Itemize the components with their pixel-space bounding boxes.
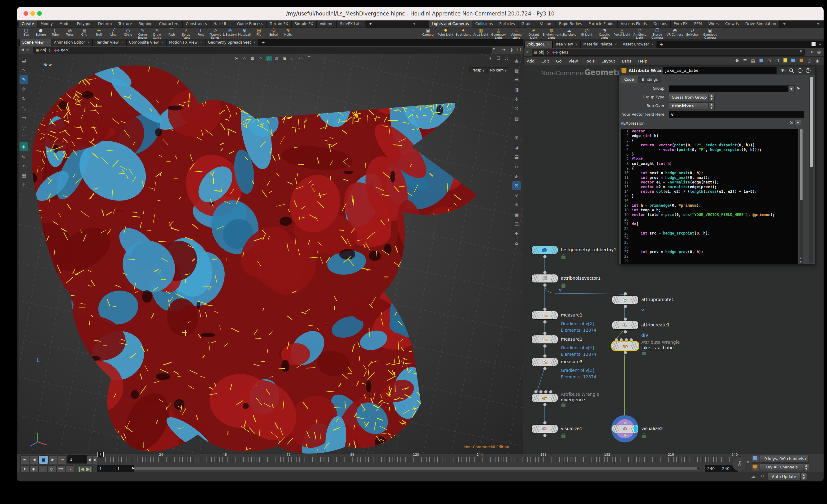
- input-dot[interactable]: [543, 421, 547, 424]
- output-dot[interactable]: [543, 434, 547, 437]
- net-link-pane-icon[interactable]: ◎: [816, 49, 822, 55]
- shelf-tab-deform[interactable]: Deform: [95, 20, 115, 28]
- input-dot[interactable]: [620, 338, 623, 342]
- pane-tab-add[interactable]: +: [259, 39, 267, 46]
- shelf-tool-stereo-camera[interactable]: ❒Stereo Camera: [648, 28, 666, 39]
- skip-to-start-icon[interactable]: ⏮: [20, 455, 30, 464]
- vp-hand-icon[interactable]: ✥: [19, 85, 28, 93]
- shelf-tool-metaball[interactable]: ◉Metaball: [237, 28, 252, 39]
- pane-split-icon[interactable]: [812, 42, 816, 46]
- vp-group-icon[interactable]: ◭: [512, 172, 521, 181]
- vp-pose-icon[interactable]: ⌖: [19, 161, 28, 170]
- node-measure2[interactable]: [532, 335, 558, 343]
- color-palette-icon[interactable]: [758, 58, 764, 64]
- code-scrollbar[interactable]: ▲ ▼: [799, 129, 803, 264]
- node-name-label[interactable]: attribpromote1: [641, 297, 674, 302]
- input-dot[interactable]: [624, 421, 627, 424]
- vp-scale-icon[interactable]: ⤡: [19, 104, 28, 113]
- vp-snap-icon[interactable]: ⊙: [19, 152, 28, 161]
- node-name-label[interactable]: visualize1: [561, 426, 582, 431]
- step-back-icon[interactable]: ◀: [30, 455, 39, 464]
- shelf-tab-crowds[interactable]: Crowds: [722, 20, 742, 28]
- run-over-spinner[interactable]: ▲▼: [709, 102, 715, 110]
- shelf-tab-simple-fx[interactable]: Simple FX: [292, 20, 317, 28]
- set-key-button[interactable]: ⚷: [732, 456, 747, 471]
- shelf-tab-hair-utils[interactable]: Hair Utils: [210, 20, 234, 28]
- shelf-tab-guide-process[interactable]: Guide Process: [234, 20, 267, 28]
- node-visualize1[interactable]: [532, 425, 558, 433]
- shelf-tab-modify[interactable]: Modify: [38, 20, 56, 28]
- vp-grid-toggle-icon[interactable]: ▤: [512, 220, 521, 228]
- vp-view-menu-icon[interactable]: ▾: [487, 56, 493, 61]
- output-dot[interactable]: [543, 344, 547, 348]
- input-dot[interactable]: [544, 390, 547, 394]
- find-icon[interactable]: ○: [806, 58, 813, 64]
- range-start-field[interactable]: 1: [97, 465, 116, 472]
- shelf-tab-particles[interactable]: Particles: [496, 20, 519, 28]
- group-type-dropdown[interactable]: Guess from Group: [669, 94, 712, 101]
- net-pin-pane-icon[interactable]: ⇥: [808, 49, 814, 55]
- input-dot[interactable]: [534, 390, 538, 394]
- pane-tab-scene-view[interactable]: Scene View✕: [20, 39, 51, 46]
- shelf-tool-platonic[interactable]: ◇Platonic Solids: [208, 28, 223, 39]
- shelf-tool-gamepad-camera[interactable]: ▣Gamepad Camera: [701, 28, 719, 39]
- net-history-back-icon[interactable]: ◀: [526, 50, 528, 54]
- shelf-tool-path[interactable]: ⌒Path: [164, 28, 179, 39]
- output-dot[interactable]: [624, 434, 627, 437]
- vp-lasso2-icon[interactable]: ◌: [298, 56, 304, 61]
- shelf-tool-spot-light[interactable]: ✦Spot Light: [454, 28, 472, 39]
- node-name-label[interactable]: measure1: [561, 312, 582, 317]
- close-tab-icon[interactable]: ✕: [87, 41, 90, 44]
- vp-shade-icon[interactable]: ◉: [512, 57, 521, 65]
- input-dot[interactable]: [630, 338, 633, 342]
- shelf-tab-model[interactable]: Model: [56, 20, 74, 28]
- shelf-tool-volume-light[interactable]: ♨Volume Light: [507, 28, 525, 39]
- display-flag[interactable]: [634, 425, 638, 432]
- shelf-tab-terrain-fx[interactable]: Terrain FX: [266, 20, 292, 28]
- shelf-more-icon[interactable]: ▼: [413, 22, 416, 26]
- vp-snap-grid-icon[interactable]: ⊞: [249, 56, 256, 61]
- prev-key-icon[interactable]: |◀: [78, 465, 85, 473]
- scene-path-field[interactable]: ▦ obj❯ ◆◆ geo1: [34, 47, 491, 54]
- play-icon[interactable]: ▶: [48, 455, 57, 464]
- close-tab-icon[interactable]: ✕: [161, 41, 163, 44]
- shelf-tab-fem[interactable]: FEM: [691, 20, 706, 28]
- netmenu-view[interactable]: View: [568, 57, 578, 65]
- shelf-tool-area-light[interactable]: ▥Area Light: [472, 28, 490, 39]
- shelf-tool-caustic-light[interactable]: ◔Caustic Light: [595, 28, 613, 39]
- keys-display-icon[interactable]: ⁙: [65, 465, 74, 473]
- input-dot[interactable]: [625, 338, 628, 342]
- vp-handles-icon[interactable]: ◈: [19, 142, 28, 151]
- shelf-tab-create[interactable]: Create: [18, 20, 38, 28]
- input-dot[interactable]: [543, 271, 547, 274]
- vp-onionskin-icon[interactable]: ☷: [512, 162, 521, 171]
- net-context-crumb[interactable]: ▦ obj: [532, 49, 546, 55]
- shelf-tab-add[interactable]: +: [366, 20, 376, 28]
- shelf-tab-polygon[interactable]: Polygon: [74, 20, 95, 28]
- pane-tab-render-view[interactable]: Render View✕: [93, 39, 126, 46]
- vp-sel-visible-icon[interactable]: ◍: [274, 56, 280, 61]
- shelf-tool-gi-light[interactable]: ○GI Light: [578, 28, 595, 39]
- shelf-tool-null[interactable]: ✛Null: [92, 28, 106, 39]
- vp-lit-icon[interactable]: ⬒: [512, 76, 521, 85]
- group-type-spinner[interactable]: ▲▼: [709, 94, 715, 101]
- path-dropdown-icon[interactable]: ▼: [493, 47, 495, 50]
- vp-uv-icon[interactable]: ▦: [19, 171, 28, 180]
- group-pick-arrow-icon[interactable]: ➤: [796, 85, 800, 91]
- vp-snap-prim-icon[interactable]: ◬: [265, 56, 272, 61]
- vp-area-select-icon[interactable]: ▭: [290, 56, 296, 61]
- shelf-tab-characters[interactable]: Characters: [156, 20, 183, 28]
- key-all-spinner[interactable]: ▲▼: [803, 463, 809, 471]
- audio-icon[interactable]: ◉: [30, 465, 38, 473]
- net-tab--obj-geo1[interactable]: /obj/geo1✕: [525, 41, 552, 48]
- vp-brush-icon[interactable]: ⌒: [19, 133, 28, 141]
- vector-field-input[interactable]: v: [669, 111, 805, 118]
- vp-pivot-icon[interactable]: ✛: [19, 181, 28, 189]
- node-name-label[interactable]: measure3: [561, 359, 582, 364]
- shelf-tool-draw-curve[interactable]: ✎Draw Curve: [150, 28, 164, 39]
- undo-ghost-icon[interactable]: ↩: [38, 465, 47, 473]
- shelf-tool-portal-light[interactable]: △Portal Light: [613, 28, 631, 39]
- node-name-label[interactable]: visualize2: [641, 426, 663, 431]
- vex-menu-icon[interactable]: ▼: [794, 120, 801, 126]
- vp-obj-mode-icon[interactable]: ➤: [233, 56, 240, 61]
